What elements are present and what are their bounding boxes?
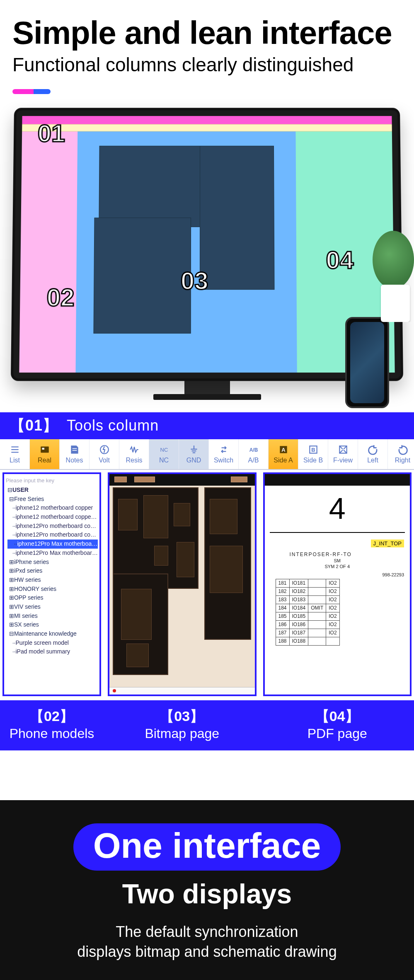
- pdf-sm: SM: [265, 558, 410, 563]
- table-row: 187IO187IO2: [276, 629, 339, 637]
- motherboard-icon: [113, 487, 252, 683]
- caption-02: 【02】 Phone models: [2, 700, 101, 750]
- tree-maint[interactable]: ⊟Maintenance knowledge: [7, 629, 98, 639]
- tree-group[interactable]: ⊞MI series: [7, 612, 98, 621]
- table-row: 185IO185IO2: [276, 612, 339, 620]
- tree-free-series[interactable]: ⊟Free Series: [7, 495, 98, 504]
- pane-phone-models: [19, 131, 77, 373]
- toolbar-fview-button[interactable]: F-view: [328, 439, 358, 469]
- plant-icon: [364, 231, 414, 322]
- svg-text:A: A: [281, 447, 286, 453]
- toolbar-right-button[interactable]: Right: [388, 439, 414, 469]
- tree-group[interactable]: ⊞HW series: [7, 576, 98, 585]
- toolbar-switch-button[interactable]: Switch: [209, 439, 239, 469]
- panel-bitmap: [108, 472, 257, 696]
- toolbar-real-button[interactable]: Real: [30, 439, 60, 469]
- smartphone-icon: [345, 317, 389, 408]
- hero: Simple and lean interface Functional col…: [0, 0, 414, 80]
- toolbar-left-button[interactable]: Left: [358, 439, 388, 469]
- svg-rect-6: [72, 450, 77, 451]
- notes-icon: [69, 444, 80, 455]
- tree-free-item[interactable]: ··iphxne12 motherboard copperAB: [7, 513, 98, 522]
- table-row: 184IO184OMITIO2: [276, 604, 339, 612]
- tree-group[interactable]: ⊞VIV series: [7, 603, 98, 612]
- tree-maint-item[interactable]: ··iPad model summary: [7, 647, 98, 656]
- detail-captions: 【02】 Phone models 【03】 Bitmap page 【04】 …: [0, 700, 414, 750]
- promo-body: The default synchronization displays bit…: [12, 922, 402, 962]
- app-toolbar: ListRealNotesVoltResisNCNCGNDSwitchA/BA/…: [0, 439, 414, 470]
- pane-bitmap: [75, 131, 297, 373]
- pdf-highlight: J_INT_TOP: [371, 540, 404, 547]
- left-icon: [368, 444, 378, 455]
- table-row: 181IO181IO2: [276, 579, 339, 587]
- detail-row: Please input the key ⊟USER ⊟Free Series …: [0, 470, 414, 700]
- right-icon: [397, 444, 408, 455]
- pdf-interposer: INTERPOSER-RF-TO: [290, 552, 410, 557]
- tree-group[interactable]: ⊞HONORY series: [7, 585, 98, 594]
- tree-free-item[interactable]: ··iphxne12Pro motherboard coppe: [7, 530, 98, 540]
- volt-icon: [99, 444, 110, 455]
- fview-icon: [338, 444, 349, 455]
- hero-subtitle: Functional columns clearly distinguished: [12, 54, 402, 76]
- sidea-icon: A: [278, 444, 289, 455]
- svg-text:B: B: [311, 447, 315, 453]
- ab-icon: A/B: [248, 444, 259, 455]
- ruler-icon: [109, 687, 255, 694]
- toolbar-notes-button[interactable]: Notes: [60, 439, 90, 469]
- toolbar-resis-button[interactable]: Resis: [119, 439, 149, 469]
- table-row: 183IO183IO2: [276, 595, 339, 604]
- promo-pill: One interface: [73, 823, 341, 871]
- tree-group[interactable]: ⊞OPP series: [7, 593, 98, 603]
- nc-icon: NC: [159, 444, 169, 455]
- tree-free-item[interactable]: ··iphxne12Pro motherboard coppe: [7, 522, 98, 531]
- section-title: Tools column: [67, 417, 159, 434]
- svg-rect-3: [41, 446, 49, 452]
- overlay-01: 01: [37, 119, 65, 148]
- panel-phone-models: Please input the key ⊟USER ⊟Free Series …: [2, 472, 101, 696]
- sideb-icon: B: [308, 444, 319, 455]
- tree-group[interactable]: ⊞SX series: [7, 620, 98, 629]
- toolbar-sidea-button[interactable]: ASide A: [269, 439, 298, 469]
- toolbar-sideb-button[interactable]: BSide B: [298, 439, 328, 469]
- overlay-04: 04: [326, 246, 353, 274]
- table-row: 186IO186IO2: [276, 620, 339, 629]
- section-toolbar-header: 【01】 Tools column: [0, 412, 414, 439]
- toolbar-gnd-button[interactable]: GND: [179, 439, 209, 469]
- tree-group[interactable]: ⊞iPxd series: [7, 566, 98, 576]
- pdf-ref: 998-22293: [265, 572, 404, 577]
- toolbar-nc-button[interactable]: NCNC: [149, 439, 179, 469]
- tree-user[interactable]: ⊟USER: [7, 486, 98, 495]
- toolbar-list-button[interactable]: List: [0, 439, 30, 469]
- resis-icon: [129, 444, 140, 455]
- panel-pdf: 4 J_INT_TOP INTERPOSER-RF-TO SM SYM 2 OF…: [263, 472, 412, 696]
- desk-illustration: 01 02 03 04: [0, 106, 414, 412]
- svg-text:NC: NC: [160, 447, 168, 453]
- real-icon: [39, 444, 50, 455]
- promo-line2: Two displays: [12, 878, 402, 910]
- caption-03: 【03】 Bitmap page: [108, 700, 257, 750]
- gnd-icon: [189, 444, 199, 455]
- tree-free-item[interactable]: ··iphxne12 motherboard copper: [7, 503, 98, 513]
- svg-text:A/B: A/B: [249, 447, 258, 453]
- monitor: 01 02 03 04: [11, 108, 403, 381]
- caption-04: 【04】 PDF page: [263, 700, 412, 750]
- tree-group[interactable]: ⊞iPhxne series: [7, 558, 98, 567]
- search-input[interactable]: Please input the key: [6, 477, 98, 485]
- promo: One interface Two displays The default s…: [0, 800, 414, 980]
- tree-maint-item[interactable]: ··Purple screen model: [7, 639, 98, 648]
- svg-rect-5: [72, 448, 77, 449]
- overlay-02: 02: [46, 283, 75, 312]
- overlay-03: 03: [181, 266, 208, 295]
- svg-rect-4: [42, 448, 44, 450]
- section-number: 【01】: [10, 417, 58, 434]
- table-row: 182IO182IO2: [276, 587, 339, 595]
- tree-free-item[interactable]: ··iphxne12Pro Max motherboard c: [7, 540, 98, 549]
- toolbar-volt-button[interactable]: Volt: [90, 439, 119, 469]
- toolbar-ab-button[interactable]: A/BA/B: [239, 439, 269, 469]
- table-row: 188IO188: [276, 637, 339, 645]
- pdf-page-number: 4: [265, 486, 410, 525]
- switch-icon: [218, 444, 229, 455]
- tree-free-item[interactable]: ··iphxne12Pro Max motherboard c: [7, 549, 98, 558]
- pdf-io-table: 181IO181IO2182IO182IO2183IO183IO2184IO18…: [276, 579, 340, 646]
- list-icon: [10, 444, 20, 455]
